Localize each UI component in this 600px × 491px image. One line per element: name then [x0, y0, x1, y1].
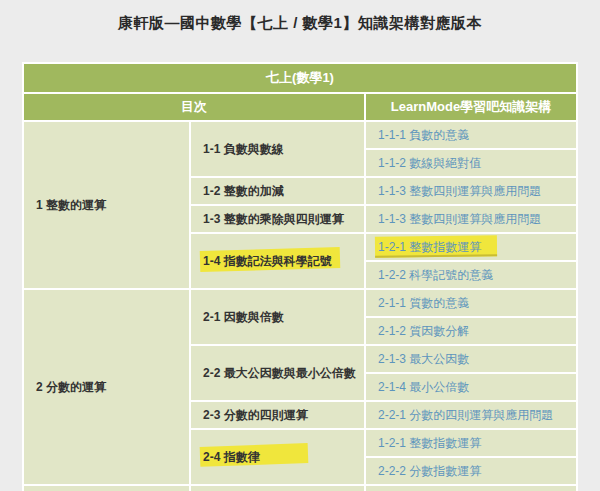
- learnmode-link-highlighted[interactable]: 1-2-1 整數指數運算: [378, 240, 481, 254]
- link-cell: 2-1-4 最小公倍數: [366, 374, 576, 400]
- unit-cell: 2-2 最大公因數與最小公倍數: [191, 346, 364, 400]
- chapter-cell: [24, 486, 189, 491]
- link-cell: 2-2-2 分數指數運算: [366, 458, 576, 484]
- unit-cell: 1-2 整數的加減: [191, 178, 364, 204]
- chapter-cell: 2 分數的運算: [24, 290, 189, 484]
- learnmode-link[interactable]: 2-1-2 質因數分解: [378, 324, 469, 338]
- semester-header: 七上(數學1): [24, 64, 576, 92]
- unit-cell-highlighted: 1-4 指數記法與科學記號: [191, 234, 364, 288]
- unit-cell-highlighted: 2-4 指數律: [191, 430, 364, 484]
- link-cell: 1-2-1 整數指數運算: [366, 430, 576, 456]
- link-cell: 2-1-2 質因數分解: [366, 318, 576, 344]
- link-cell: 1-1-2 數線與絕對值: [366, 150, 576, 176]
- highlight-marker: 1-2-1 整數指數運算: [378, 239, 481, 256]
- column-header-learnmode: LearnMode學習吧知識架構: [366, 94, 576, 120]
- knowledge-map-table: 七上(數學1) 目次 LearnMode學習吧知識架構 1 整數的運算 1-1 …: [22, 62, 578, 491]
- learnmode-link[interactable]: 1-1-1 負數的意義: [378, 128, 469, 142]
- link-cell: 1-2-2 科學記號的意義: [366, 262, 576, 288]
- learnmode-link[interactable]: 1-2-2 科學記號的意義: [378, 268, 493, 282]
- learnmode-link[interactable]: 1-1-3 整數四則運算與應用問題: [378, 184, 541, 198]
- learnmode-link[interactable]: 2-2-2 分數指數運算: [378, 464, 481, 478]
- highlight-marker: 1-4 指數記法與科學記號: [203, 253, 332, 270]
- learnmode-link[interactable]: 2-1-3 最大公因數: [378, 352, 469, 366]
- chapter-cell: 1 整數的運算: [24, 122, 189, 288]
- learnmode-link[interactable]: 1-2-1 整數指數運算: [378, 436, 481, 450]
- link-cell: 1-2-1 整數指數運算: [366, 234, 576, 260]
- table-row: 2 分數的運算 2-1 因數與倍數 2-1-1 質數的意義: [24, 290, 576, 316]
- link-cell: 1-1-1 負數的意義: [366, 122, 576, 148]
- unit-cell: 1-3 整數的乘除與四則運算: [191, 206, 364, 232]
- unit-cell: 2-3 分數的四則運算: [191, 402, 364, 428]
- learnmode-link[interactable]: 2-2-1 分數的四則運算與應用問題: [378, 408, 553, 422]
- link-cell: [366, 486, 576, 491]
- table-header-row-columns: 目次 LearnMode學習吧知識架構: [24, 94, 576, 120]
- learnmode-link[interactable]: 1-1-3 整數四則運算與應用問題: [378, 212, 541, 226]
- highlight-marker: 2-4 指數律: [203, 449, 260, 466]
- learnmode-link[interactable]: 1-1-2 數線與絕對值: [378, 156, 481, 170]
- link-cell: 1-1-3 整數四則運算與應用問題: [366, 206, 576, 232]
- link-cell: 2-1-1 質數的意義: [366, 290, 576, 316]
- learnmode-link[interactable]: 2-1-4 最小公倍數: [378, 380, 469, 394]
- table-row: 1 整數的運算 1-1 負數與數線 1-1-1 負數的意義: [24, 122, 576, 148]
- unit-cell: 1-1 負數與數線: [191, 122, 364, 176]
- column-header-toc: 目次: [24, 94, 364, 120]
- page-title: 康軒版—國中數學【七上 / 數學1】知識架構對應版本: [0, 14, 600, 33]
- unit-cell: 2-1 因數與倍數: [191, 290, 364, 344]
- link-cell: 2-1-3 最大公因數: [366, 346, 576, 372]
- unit-cell: [191, 486, 364, 491]
- learnmode-link[interactable]: 2-1-1 質數的意義: [378, 296, 469, 310]
- link-cell: 2-2-1 分數的四則運算與應用問題: [366, 402, 576, 428]
- table-header-row-semester: 七上(數學1): [24, 64, 576, 92]
- link-cell: 1-1-3 整數四則運算與應用問題: [366, 178, 576, 204]
- table-row-next-section: [24, 486, 576, 491]
